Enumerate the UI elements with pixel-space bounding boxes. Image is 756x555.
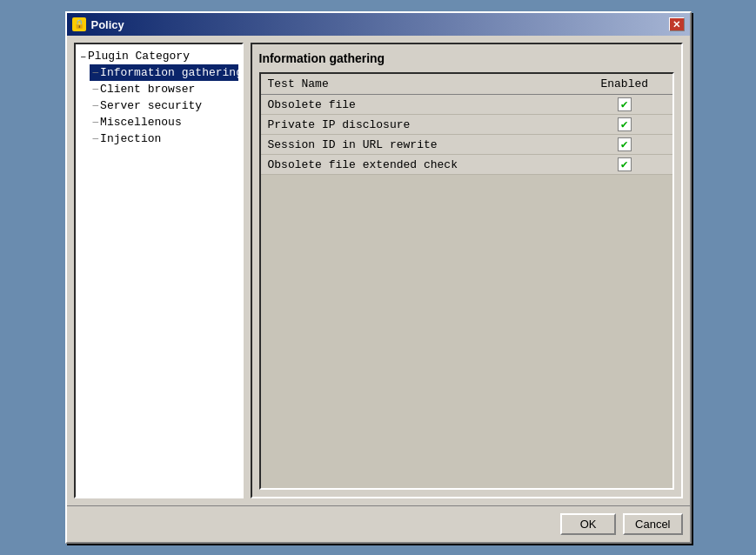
sidebar-item-information-gathering[interactable]: ─ Information gathering: [90, 64, 238, 81]
tree-root-label[interactable]: − Plugin Category: [79, 48, 238, 64]
tree-line-5: ─: [93, 134, 99, 144]
col-enabled: Enabled: [577, 74, 672, 95]
content-title: Information gathering: [259, 51, 674, 65]
checkbox-private-ip[interactable]: ✔: [618, 117, 632, 131]
table-row: Obsolete file extended check ✔: [261, 155, 672, 175]
plugin-category-label: Plugin Category: [88, 50, 190, 63]
test-name-cell: Session ID in URL rewrite: [261, 135, 578, 155]
sidebar-item-server-security[interactable]: ─ Server security: [90, 97, 238, 114]
enabled-cell[interactable]: ✔: [577, 135, 672, 155]
sidebar-item-label: Miscellenous: [100, 116, 182, 129]
tree-line-2: ─: [93, 84, 99, 95]
sidebar-item-label: Client browser: [100, 83, 195, 96]
ok-button[interactable]: OK: [560, 513, 616, 535]
collapse-icon: −: [81, 51, 86, 62]
tree-line-3: ─: [93, 101, 99, 111]
sidebar-item-miscellenous[interactable]: ─ Miscellenous: [90, 114, 238, 130]
test-name-cell: Private IP disclosure: [261, 115, 578, 135]
window-title: Policy: [91, 18, 124, 31]
enabled-cell[interactable]: ✔: [577, 115, 672, 135]
tree-line-1: ─: [93, 68, 99, 78]
table-header-row: Test Name Enabled: [261, 74, 672, 95]
tree-line-4: ─: [93, 117, 99, 128]
checkbox-session-id[interactable]: ✔: [618, 137, 632, 151]
test-name-cell: Obsolete file extended check: [261, 155, 578, 175]
table-row: Session ID in URL rewrite ✔: [261, 135, 672, 155]
tests-table: Test Name Enabled Obsolete file ✔ Priv: [261, 74, 672, 175]
window-icon: 🔒: [72, 17, 86, 31]
title-bar-left: 🔒 Policy: [72, 17, 124, 31]
sidebar-item-label: Injection: [100, 132, 161, 145]
table-row: Private IP disclosure ✔: [261, 115, 672, 135]
tree-children: ─ Information gathering ─ Client browser…: [90, 64, 238, 147]
col-test-name: Test Name: [261, 74, 578, 95]
cancel-button[interactable]: Cancel: [623, 513, 682, 535]
window-body: − Plugin Category ─ Information gatherin…: [67, 36, 690, 505]
test-name-cell: Obsolete file: [261, 95, 578, 115]
table-row: Obsolete file ✔: [261, 95, 672, 115]
checkbox-obsolete-file[interactable]: ✔: [618, 97, 632, 111]
title-bar: 🔒 Policy ✕: [67, 13, 690, 36]
tree-root: − Plugin Category ─ Information gatherin…: [79, 48, 238, 147]
sidebar-item-label: Server security: [100, 99, 202, 112]
content-panel: Information gathering Test Name Enabled …: [251, 43, 683, 498]
close-button[interactable]: ✕: [669, 17, 685, 31]
checkbox-obsolete-extended[interactable]: ✔: [618, 157, 632, 171]
button-bar: OK Cancel: [67, 505, 690, 542]
sidebar-item-label: Information gathering: [100, 66, 243, 79]
enabled-cell[interactable]: ✔: [577, 95, 672, 115]
sidebar-item-injection[interactable]: ─ Injection: [90, 130, 238, 147]
sidebar-item-client-browser[interactable]: ─ Client browser: [90, 81, 238, 97]
tree-panel: − Plugin Category ─ Information gatherin…: [74, 43, 244, 498]
enabled-cell[interactable]: ✔: [577, 155, 672, 175]
policy-dialog: 🔒 Policy ✕ − Plugin Category ─ Informati…: [65, 11, 692, 544]
content-table-area: Test Name Enabled Obsolete file ✔ Priv: [259, 72, 674, 490]
table-body: Obsolete file ✔ Private IP disclosure ✔: [261, 95, 672, 175]
